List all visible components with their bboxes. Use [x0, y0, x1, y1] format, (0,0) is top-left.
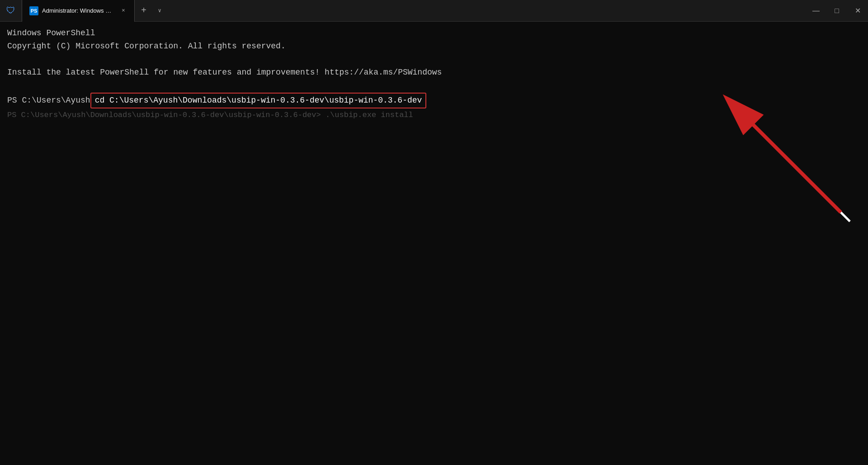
command-line-1: PS C:\Users\Ayushcd C:\Users\Ayush\Downl…: [7, 93, 861, 108]
titlebar-left: 🛡 PS Administrator: Windows Powe × + ∨: [0, 0, 806, 22]
second-command-line: PS C:\Users\Ayush\Downloads\usbip-win-0.…: [7, 109, 413, 121]
prompt-1: PS C:\Users\Ayush: [7, 94, 90, 107]
powershell-icon: PS: [29, 6, 38, 15]
tab-title: Administrator: Windows Powe: [42, 7, 114, 14]
terminal-content: Windows PowerShell Copyright (C) Microso…: [0, 22, 868, 127]
tab-close-button[interactable]: ×: [120, 7, 127, 14]
new-tab-button[interactable]: +: [135, 2, 153, 20]
active-tab[interactable]: PS Administrator: Windows Powe ×: [22, 0, 135, 22]
terminal-line-4: Install the latest PowerShell for new fe…: [7, 66, 861, 79]
highlighted-command: cd C:\Users\Ayush\Downloads\usbip-win-0.…: [90, 93, 427, 108]
shield-icon: 🛡: [6, 5, 15, 16]
svg-line-2: [841, 212, 850, 221]
maximize-button[interactable]: □: [826, 0, 847, 22]
terminal-line-2: Copyright (C) Microsoft Corporation. All…: [7, 40, 861, 52]
terminal-line-1: Windows PowerShell: [7, 27, 861, 39]
minimize-button[interactable]: —: [806, 0, 826, 22]
command-line-2: PS C:\Users\Ayush\Downloads\usbip-win-0.…: [7, 109, 861, 121]
close-button[interactable]: ✕: [847, 0, 868, 22]
terminal-line-5: [7, 80, 861, 92]
titlebar: 🛡 PS Administrator: Windows Powe × + ∨ —…: [0, 0, 868, 22]
titlebar-controls: — □ ✕: [806, 0, 868, 21]
shield-icon-wrapper: 🛡: [0, 0, 22, 22]
terminal-line-3: [7, 53, 861, 66]
tab-dropdown-button[interactable]: ∨: [153, 2, 166, 20]
